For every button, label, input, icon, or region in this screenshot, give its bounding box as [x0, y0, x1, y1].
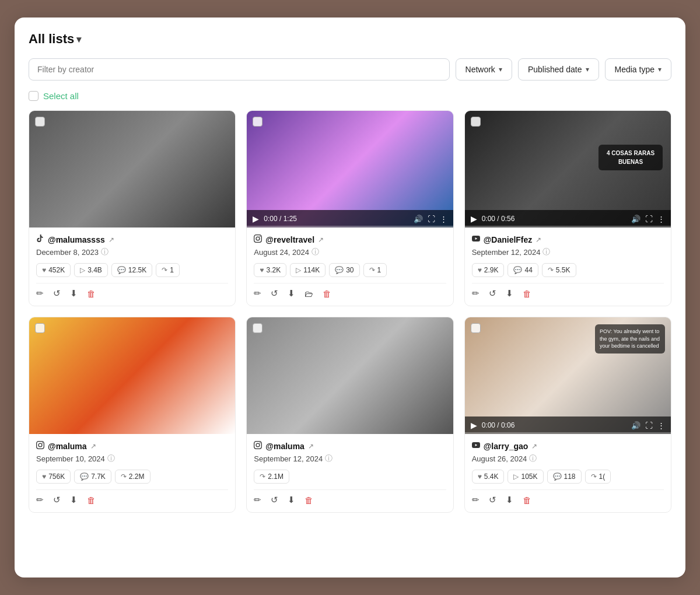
stat-icon-5-0: ♥ [478, 473, 482, 481]
download-action-icon-1[interactable]: ⬇ [288, 288, 295, 299]
media-type-chevron-icon: ▾ [658, 65, 662, 74]
download-action-icon-3[interactable]: ⬇ [70, 495, 78, 505]
actions-row-3: ✏↺⬇🗑 [36, 489, 228, 505]
video-play-btn-5[interactable]: ▶ [471, 421, 477, 430]
delete-action-icon-1[interactable]: 🗑 [323, 289, 331, 299]
delete-action-icon-4[interactable]: 🗑 [304, 495, 313, 505]
overlay-text2-5: POV: You already went to the gym, ate th… [595, 324, 665, 354]
video-volume-icon-1[interactable]: 🔊 [414, 215, 423, 223]
external-link-icon-5[interactable]: ↗ [531, 442, 537, 450]
video-fullscreen-icon-1[interactable]: ⛶ [428, 215, 435, 223]
video-time-2: 0:00 / 0:56 [482, 215, 626, 223]
undo-action-icon-4[interactable]: ↺ [271, 495, 278, 505]
creator-filter-input[interactable] [29, 58, 450, 80]
actions-row-0: ✏↺⬇🗑 [36, 283, 228, 299]
delete-action-icon-5[interactable]: 🗑 [523, 495, 531, 505]
stat-badge-5-2: 💬118 [547, 470, 582, 484]
stat-badge-3-2: ↷2.2M [115, 470, 150, 484]
stat-value-3-2: 2.2M [129, 473, 145, 481]
undo-action-icon-0[interactable]: ↺ [53, 288, 61, 299]
external-link-icon-2[interactable]: ↗ [536, 236, 541, 244]
delete-action-icon-0[interactable]: 🗑 [87, 289, 96, 299]
stat-value-5-3: 1( [599, 473, 606, 481]
stat-value-2-2: 5.5K [556, 266, 570, 274]
card-checkbox-5[interactable] [471, 323, 481, 333]
external-link-icon-0[interactable]: ↗ [108, 236, 114, 244]
video-fullscreen-icon-2[interactable]: ⛶ [645, 215, 653, 223]
stat-icon-0-2: 💬 [117, 266, 126, 274]
date-info-icon-0: ⓘ [101, 247, 108, 257]
creator-handle-3[interactable]: @maluma [48, 442, 87, 451]
delete-action-icon-3[interactable]: 🗑 [87, 495, 96, 505]
edit-action-icon-1[interactable]: ✏ [254, 288, 261, 299]
undo-action-icon-1[interactable]: ↺ [271, 288, 278, 299]
date-text-3: September 10, 2024 [36, 454, 105, 463]
stat-icon-3-1: 💬 [80, 473, 89, 481]
card-wrap-0: @malumassss↗December 8, 2023ⓘ♥452K▷3.4B💬… [29, 110, 236, 306]
card-checkbox-3[interactable] [35, 323, 45, 333]
edit-action-icon-0[interactable]: ✏ [36, 288, 44, 299]
card-checkbox-1[interactable] [253, 117, 262, 127]
video-volume-icon-5[interactable]: 🔊 [631, 421, 640, 430]
edit-action-icon-2[interactable]: ✏ [472, 288, 480, 299]
folder-action-icon-1[interactable]: 🗁 [304, 289, 313, 299]
download-action-icon-2[interactable]: ⬇ [506, 288, 513, 299]
card-checkbox-2[interactable] [471, 117, 481, 127]
undo-action-icon-5[interactable]: ↺ [489, 495, 496, 505]
select-all-label[interactable]: Select all [43, 91, 79, 101]
stat-icon-0-0: ♥ [42, 266, 46, 274]
creator-line-1: @reveltravel↗ [254, 235, 446, 244]
stat-value-2-1: 44 [524, 266, 532, 274]
creator-handle-0[interactable]: @malumassss [48, 235, 105, 244]
download-action-icon-0[interactable]: ⬇ [70, 288, 78, 299]
creator-handle-2[interactable]: @DanielFfez [484, 235, 533, 244]
creator-handle-5[interactable]: @larry_gao [484, 442, 528, 451]
card-media-2: 4 COSAS RARAS BUENAS ▶ 0:00 / 0:56 🔊 ⛶ ⋮ [465, 111, 671, 228]
video-more-icon-2[interactable]: ⋮ [657, 215, 665, 223]
date-line-3: September 10, 2024ⓘ [36, 453, 228, 464]
video-play-btn-2[interactable]: ▶ [471, 214, 477, 223]
stat-badge-3-1: 💬7.7K [74, 470, 111, 484]
header-row: All lists ▾ [29, 32, 671, 47]
video-more-icon-5[interactable]: ⋮ [657, 421, 665, 430]
undo-action-icon-2[interactable]: ↺ [489, 288, 496, 299]
external-link-icon-3[interactable]: ↗ [90, 442, 96, 450]
creator-handle-1[interactable]: @reveltravel [265, 235, 314, 244]
stat-badge-5-0: ♥5.4K [472, 470, 505, 484]
download-action-icon-4[interactable]: ⬇ [288, 495, 295, 505]
video-fullscreen-icon-5[interactable]: ⛶ [645, 421, 653, 430]
media-card-3: @maluma↗September 10, 2024ⓘ♥756K💬7.7K↷2.… [29, 317, 236, 513]
stat-badge-1-1: ▷114K [290, 263, 326, 277]
video-play-btn-1[interactable]: ▶ [253, 214, 259, 223]
title-chevron-icon[interactable]: ▾ [76, 34, 81, 45]
published-date-chevron-icon: ▾ [586, 65, 589, 74]
edit-action-icon-4[interactable]: ✏ [254, 495, 261, 505]
external-link-icon-1[interactable]: ↗ [318, 236, 324, 244]
delete-action-icon-2[interactable]: 🗑 [523, 289, 531, 299]
card-media-1: ▶ 0:00 / 1:25 🔊 ⛶ ⋮ [247, 111, 453, 228]
stat-badge-0-0: ♥452K [36, 263, 71, 277]
creator-handle-4[interactable]: @maluma [265, 442, 304, 451]
actions-row-4: ✏↺⬇🗑 [254, 489, 446, 505]
stat-badge-2-0: ♥2.9K [472, 263, 505, 277]
select-all-checkbox[interactable] [29, 91, 38, 101]
stat-badge-1-0: ♥3.2K [254, 263, 286, 277]
card-checkbox-4[interactable] [253, 323, 262, 333]
external-link-icon-4[interactable]: ↗ [308, 442, 314, 450]
card-wrap-1: ▶ 0:00 / 1:25 🔊 ⛶ ⋮ @reveltravel↗August … [246, 110, 453, 306]
edit-action-icon-3[interactable]: ✏ [36, 495, 44, 505]
stat-icon-0-3: ↷ [162, 266, 167, 274]
undo-action-icon-3[interactable]: ↺ [53, 495, 61, 505]
stat-icon-5-1: ▷ [513, 473, 519, 481]
download-action-icon-5[interactable]: ⬇ [506, 495, 513, 505]
video-volume-icon-2[interactable]: 🔊 [631, 215, 640, 223]
published-date-filter-button[interactable]: Published date ▾ [518, 58, 599, 80]
video-more-icon-1[interactable]: ⋮ [440, 215, 447, 223]
media-type-filter-button[interactable]: Media type ▾ [605, 58, 671, 80]
card-checkbox-0[interactable] [35, 117, 45, 127]
edit-action-icon-5[interactable]: ✏ [472, 495, 480, 505]
stat-icon-5-3: ↷ [591, 473, 597, 481]
filter-row: Network ▾ Published date ▾ Media type ▾ [29, 58, 671, 80]
actions-row-2: ✏↺⬇🗑 [472, 283, 664, 299]
network-filter-button[interactable]: Network ▾ [456, 58, 512, 80]
